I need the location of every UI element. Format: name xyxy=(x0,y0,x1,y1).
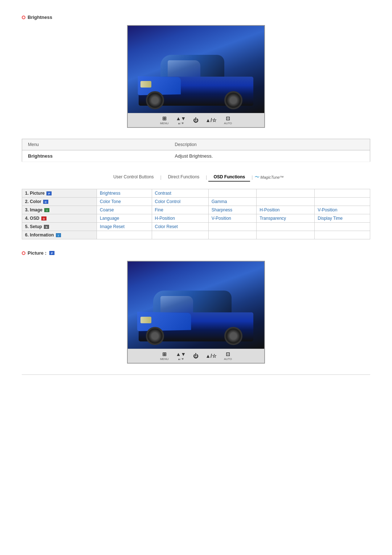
tab-user-control[interactable]: User Control Buttons xyxy=(108,173,159,182)
magictune-text: MagicTune™ xyxy=(260,175,284,179)
osd-row1-col6 xyxy=(315,189,370,198)
monitor-controls-1: ⊞ MENU ▲▼ ▲/▼ ⏻ ▲/☆ ⊡ AUTO xyxy=(128,113,264,127)
monitor-display-1: ⊞ MENU ▲▼ ▲/▼ ⏻ ▲/☆ ⊡ AUTO xyxy=(22,25,370,128)
monitor-screen-2 xyxy=(128,262,264,349)
magictune-logo: 〜 MagicTune™ xyxy=(254,174,284,181)
osd-row3-col6[interactable]: V-Position xyxy=(315,206,370,214)
table-row: Brightness Adjust Brightness. xyxy=(22,150,370,162)
osd-row1-col2[interactable]: Brightness xyxy=(97,189,152,198)
osd-row6-col4 xyxy=(208,231,256,239)
osd-row3-col3[interactable]: Fine xyxy=(152,206,208,214)
auto-label: AUTO xyxy=(224,122,232,125)
table-cell-description: Adjust Brightness. xyxy=(169,150,370,162)
picture-label: Picture : P xyxy=(22,250,370,256)
tab-direct-functions[interactable]: Direct Functions xyxy=(163,173,205,182)
osd-row3-col5[interactable]: H-Position xyxy=(257,206,315,214)
nav-label-2: ▲/▼ xyxy=(177,357,184,361)
osd-row2-col2[interactable]: Color Tone xyxy=(97,198,152,206)
table-row: 4. OSD O Language H-Position V-Position … xyxy=(22,214,370,223)
power-btn-2[interactable]: ⏻ xyxy=(193,353,198,359)
car-headlight-2 xyxy=(140,317,151,323)
table-row: 1. Picture P Brightness Contrast xyxy=(22,189,370,198)
menu-btn[interactable]: ⊞ MENU xyxy=(160,116,169,125)
brightness-section: Brightness ⊞ MENU xyxy=(22,15,370,162)
menu-btn-2[interactable]: ⊞ MENU xyxy=(160,351,169,361)
nav-label: ▲/▼ xyxy=(177,122,184,125)
auto-icon-2: ⊡ xyxy=(226,351,230,357)
car-wheel-right-2 xyxy=(224,327,242,345)
osd-row2-col5 xyxy=(257,198,315,206)
monitor-display-2: ⊞ MENU ▲▼ ▲/▼ ⏻ ▲/☆ ⊡ AUTO xyxy=(22,261,370,364)
osd-row2-col3[interactable]: Color Control xyxy=(152,198,208,206)
osd-row4-col5[interactable]: Transparency xyxy=(257,214,315,223)
picture-icon: P xyxy=(46,191,52,195)
monitor-screen-1 xyxy=(128,26,264,113)
osd-row3-col1: 3. Image I xyxy=(22,206,97,214)
osd-functions-table: 1. Picture P Brightness Contrast 2. Colo… xyxy=(22,189,370,239)
brightness-icon-2: ▲/☆ xyxy=(205,353,217,359)
osd-row5-col3[interactable]: Color Reset xyxy=(152,223,208,231)
auto-btn-2[interactable]: ⊡ AUTO xyxy=(224,351,232,361)
osd-row3-label: 3. Image xyxy=(25,207,44,212)
image-icon: I xyxy=(44,208,49,212)
auto-label-2: AUTO xyxy=(224,357,232,361)
table-row: 2. Color C Color Tone Color Control Gamm… xyxy=(22,198,370,206)
nav-sep-2: | xyxy=(204,175,208,180)
table-header-description: Description xyxy=(169,139,370,150)
osd-row2-col4[interactable]: Gamma xyxy=(208,198,256,206)
osd-row4-col2[interactable]: Language xyxy=(97,214,152,223)
nav-sep-1: | xyxy=(159,175,163,180)
tab-osd-functions[interactable]: OSD Functions xyxy=(208,173,250,182)
osd-row4-col6[interactable]: Display Time xyxy=(315,214,370,223)
power-btn[interactable]: ⏻ xyxy=(193,117,198,123)
osd-row1-col5 xyxy=(257,189,315,198)
brightness-icon: ▲/☆ xyxy=(205,117,217,123)
osd-icon: O xyxy=(41,216,46,220)
osd-row5-col6 xyxy=(315,223,370,231)
circle-icon-2 xyxy=(22,251,25,255)
car-wheel-left-1 xyxy=(146,91,164,109)
nav-icon: ▲▼ xyxy=(176,116,186,121)
table-row: 3. Image I Coarse Fine Sharpness H-Posit… xyxy=(22,206,370,214)
osd-row1-col1: 1. Picture P xyxy=(22,189,97,198)
osd-row1-label: 1. Picture xyxy=(25,191,46,196)
table-header-menu: Menu xyxy=(22,139,169,150)
menu-label-2: MENU xyxy=(160,357,169,361)
table-cell-menu: Brightness xyxy=(22,150,169,162)
menu-icon-2: ⊞ xyxy=(162,351,167,357)
osd-row5-col4 xyxy=(208,223,256,231)
auto-btn[interactable]: ⊡ AUTO xyxy=(224,116,232,125)
monitor-frame-2: ⊞ MENU ▲▼ ▲/▼ ⏻ ▲/☆ ⊡ AUTO xyxy=(127,261,265,364)
osd-row5-col2[interactable]: Image Reset xyxy=(97,223,152,231)
brightness-btn[interactable]: ▲/☆ xyxy=(205,117,217,123)
nav-btn[interactable]: ▲▼ ▲/▼ xyxy=(176,116,186,125)
magictune-waves-icon: 〜 xyxy=(254,174,259,181)
car-wheel-right-1 xyxy=(224,91,242,109)
picture-title: Picture : xyxy=(28,250,46,256)
setup-icon: S xyxy=(44,225,49,229)
osd-row2-col1: 2. Color C xyxy=(22,198,97,206)
osd-row5-label: 5. Setup xyxy=(25,224,43,229)
osd-row2-col6 xyxy=(315,198,370,206)
osd-row5-col5 xyxy=(257,223,315,231)
osd-row4-col4[interactable]: V-Position xyxy=(208,214,256,223)
table-row: 5. Setup S Image Reset Color Reset xyxy=(22,223,370,231)
osd-row4-col1: 4. OSD O xyxy=(22,214,97,223)
picture-section: Picture : P ⊞ MENU xyxy=(22,250,370,364)
car-image-1 xyxy=(139,55,253,106)
osd-row1-col4 xyxy=(208,189,256,198)
osd-row3-col2[interactable]: Coarse xyxy=(97,206,152,214)
brightness-btn-2[interactable]: ▲/☆ xyxy=(205,353,217,359)
picture-section-icon: P xyxy=(49,251,54,255)
car-windshield-2 xyxy=(160,296,193,312)
menu-label: MENU xyxy=(160,122,169,125)
car-windshield-1 xyxy=(168,60,200,77)
car-headlight-1 xyxy=(140,81,151,88)
osd-row4-col3[interactable]: H-Position xyxy=(152,214,208,223)
osd-row3-col4[interactable]: Sharpness xyxy=(208,206,256,214)
menu-icon: ⊞ xyxy=(162,116,167,121)
auto-icon: ⊡ xyxy=(226,116,230,121)
table-row: 6. Information i xyxy=(22,231,370,239)
osd-row1-col3[interactable]: Contrast xyxy=(152,189,208,198)
nav-btn-2[interactable]: ▲▼ ▲/▼ xyxy=(176,351,186,361)
